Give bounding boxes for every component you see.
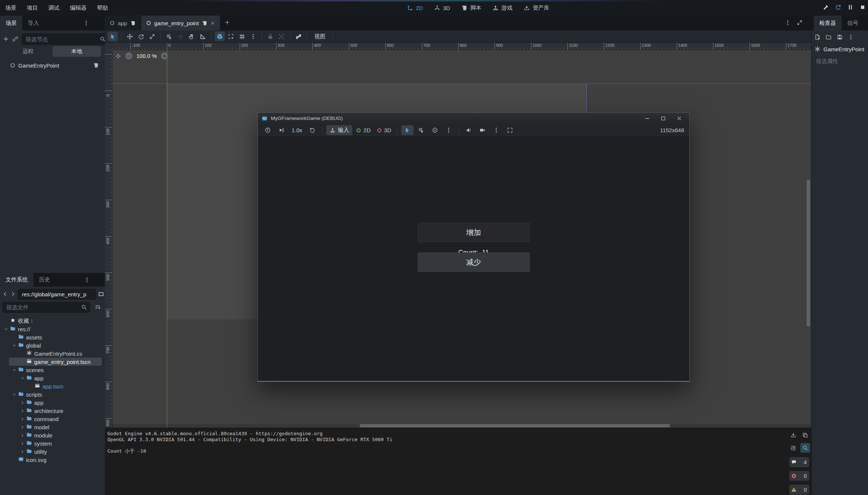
menu-0[interactable]: 场景 — [0, 0, 22, 16]
file-tree-item-command[interactable]: command — [0, 415, 105, 423]
file-tree-item-system[interactable]: system — [0, 439, 105, 447]
file-tree-item-app[interactable]: app — [0, 374, 105, 382]
scene-dock-menu-button[interactable] — [81, 18, 91, 28]
instance-scene-button[interactable] — [12, 34, 18, 44]
session-stop-button[interactable] — [859, 4, 866, 12]
script-scroll-icon[interactable] — [202, 20, 207, 26]
file-tree-item-architecture[interactable]: architecture — [0, 407, 105, 415]
back-icon[interactable] — [2, 291, 8, 297]
distraction-free-button[interactable] — [797, 20, 803, 27]
close-icon[interactable] — [210, 21, 215, 26]
menu-1[interactable]: 项目 — [22, 0, 43, 16]
grid-snap-tool-button[interactable] — [237, 32, 247, 41]
file-tree-item-res[interactable]: res:// — [0, 325, 105, 333]
session-pause-button[interactable] — [847, 4, 854, 12]
close-button[interactable] — [673, 113, 686, 124]
search-output-button[interactable] — [800, 443, 810, 453]
tab-import-dock[interactable]: 导入 — [22, 16, 45, 30]
workspace-脚本[interactable]: 脚本 — [457, 2, 485, 13]
messages-filter-badge[interactable]: 4 — [789, 457, 809, 467]
workspace-3D[interactable]: 3D — [430, 2, 454, 13]
input-mode-button[interactable]: 输入 — [326, 125, 352, 135]
chevron-right-icon[interactable] — [20, 400, 25, 405]
chevron-right-icon[interactable] — [20, 417, 25, 421]
chevron-down-icon[interactable] — [12, 343, 17, 348]
minimize-button[interactable] — [641, 113, 654, 124]
collapse-duplicates-button[interactable] — [788, 443, 798, 453]
file-tree-item-app.tscn[interactable]: app.tscn — [0, 382, 105, 390]
file-tree-item-assets[interactable]: assets — [0, 333, 105, 341]
menu-dots-button[interactable] — [443, 125, 455, 135]
chevron-down-icon[interactable] — [12, 392, 17, 397]
chevron-down-icon[interactable] — [4, 327, 9, 332]
clear-output-button[interactable] — [788, 430, 798, 440]
v-scrollbar[interactable] — [807, 180, 810, 326]
session-hammer-button[interactable] — [823, 4, 829, 12]
game-window-titlebar[interactable]: MyGFrameworkGame (DEBUG) — [258, 113, 689, 124]
tabbar-menu-button[interactable] — [785, 20, 791, 27]
menu-dots-button[interactable] — [490, 125, 502, 135]
script-scroll-icon[interactable] — [130, 20, 136, 26]
reset-speed-button[interactable] — [306, 125, 318, 135]
forward-icon[interactable] — [10, 291, 16, 297]
zoom-out-button[interactable]: − — [125, 52, 132, 59]
camera-button[interactable] — [476, 125, 489, 135]
local-button[interactable]: 本地 — [52, 46, 101, 57]
select-tool-button[interactable] — [108, 32, 118, 41]
select-tool-button[interactable] — [401, 125, 414, 135]
path-input[interactable] — [18, 291, 96, 297]
menu-4[interactable]: 帮助 — [92, 0, 113, 16]
copy-output-button[interactable] — [800, 430, 810, 440]
file-tree-item-GameEntryPoint.cs[interactable]: GameEntryPoint.cs — [0, 349, 105, 358]
ruler-tool-button[interactable] — [198, 32, 208, 41]
file-tree-item-utility[interactable]: utility — [0, 447, 105, 456]
dots-icon[interactable] — [848, 34, 854, 40]
maximize-button[interactable] — [657, 113, 670, 124]
pixel-snap-tool-button[interactable] — [175, 32, 185, 41]
speaker-button[interactable] — [463, 125, 475, 135]
chevron-right-icon[interactable] — [20, 408, 25, 413]
rotate-tool-button[interactable] — [136, 32, 146, 41]
zoom-percent[interactable]: 100.0 % — [136, 53, 157, 59]
file-tree-item-module[interactable]: module — [0, 431, 105, 439]
list-select-tool-button[interactable] — [415, 125, 427, 135]
sort-files-button[interactable] — [93, 302, 103, 312]
split-mode-button[interactable] — [98, 289, 104, 299]
scene-tab-app[interactable]: app — [105, 16, 140, 30]
load-resource-icon[interactable] — [826, 34, 832, 40]
session-restart-button[interactable] — [835, 4, 841, 12]
fullscreen-button[interactable] — [504, 125, 516, 135]
chevron-right-icon[interactable] — [20, 425, 25, 430]
add-node-button[interactable] — [3, 34, 9, 44]
snap-toggle-button[interactable] — [215, 32, 225, 41]
file-tree-item-app[interactable]: app — [0, 398, 105, 407]
workspace-资产库[interactable]: 资产库 — [520, 2, 553, 13]
filter-files-input[interactable] — [3, 304, 81, 310]
group-tool-button[interactable] — [276, 32, 286, 41]
tab-filesystem[interactable]: 文件系统 — [0, 273, 33, 287]
save-resource-icon[interactable] — [837, 34, 843, 40]
chevron-right-icon[interactable] — [20, 449, 25, 454]
scene-tab-game_entry_point[interactable]: game_entry_point — [141, 16, 220, 30]
tab-history[interactable]: 历史 — [33, 273, 56, 287]
file-tree-item-scenes[interactable]: scenes — [0, 366, 105, 374]
list-select-tool-button[interactable] — [164, 32, 174, 41]
file-tree-item-scripts[interactable]: scripts — [0, 390, 105, 398]
menu-dots-button[interactable] — [248, 32, 258, 41]
tab-signals[interactable]: 信号 — [842, 16, 864, 30]
focus-dot-button[interactable] — [429, 125, 441, 135]
pan-tool-button[interactable] — [187, 32, 197, 41]
view-menu-button[interactable]: 视图 — [311, 33, 329, 40]
menu-3[interactable]: 编辑器 — [65, 0, 92, 16]
filter-nodes-input[interactable] — [22, 36, 100, 42]
move-tool-button[interactable] — [125, 32, 135, 41]
workspace-2D[interactable]: 2D — [403, 2, 427, 13]
inspector-node-header[interactable]: GameEntryPoint — [814, 45, 867, 53]
file-tree-item-icon.svg[interactable]: icon.svg — [0, 456, 105, 464]
menu-2[interactable]: 调试 — [43, 0, 65, 16]
new-resource-icon[interactable] — [814, 34, 820, 40]
file-tree-item-global[interactable]: global — [0, 341, 105, 349]
center-view-icon[interactable] — [115, 53, 121, 59]
speed-button[interactable]: 1.0x — [289, 127, 305, 133]
chevron-down-icon[interactable] — [12, 368, 17, 372]
